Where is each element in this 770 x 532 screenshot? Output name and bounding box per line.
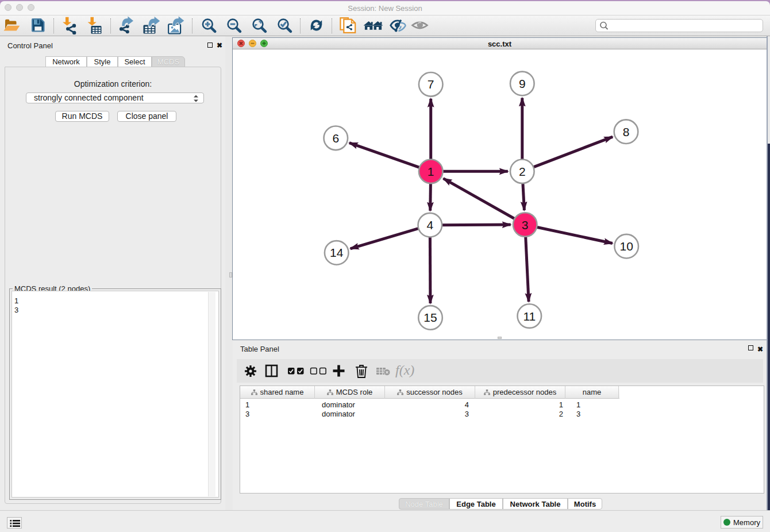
svg-text:14: 14 (330, 246, 344, 259)
svg-text:8: 8 (623, 125, 630, 138)
svg-text:2: 2 (519, 165, 526, 178)
svg-text:11: 11 (523, 310, 536, 323)
svg-text:1: 1 (428, 165, 434, 178)
svg-text:6: 6 (332, 132, 339, 145)
svg-text:7: 7 (428, 78, 434, 91)
svg-text:4: 4 (426, 218, 433, 232)
svg-text:10: 10 (620, 240, 633, 253)
svg-text:15: 15 (424, 311, 437, 324)
svg-text:9: 9 (519, 77, 526, 90)
svg-text:3: 3 (522, 218, 529, 232)
